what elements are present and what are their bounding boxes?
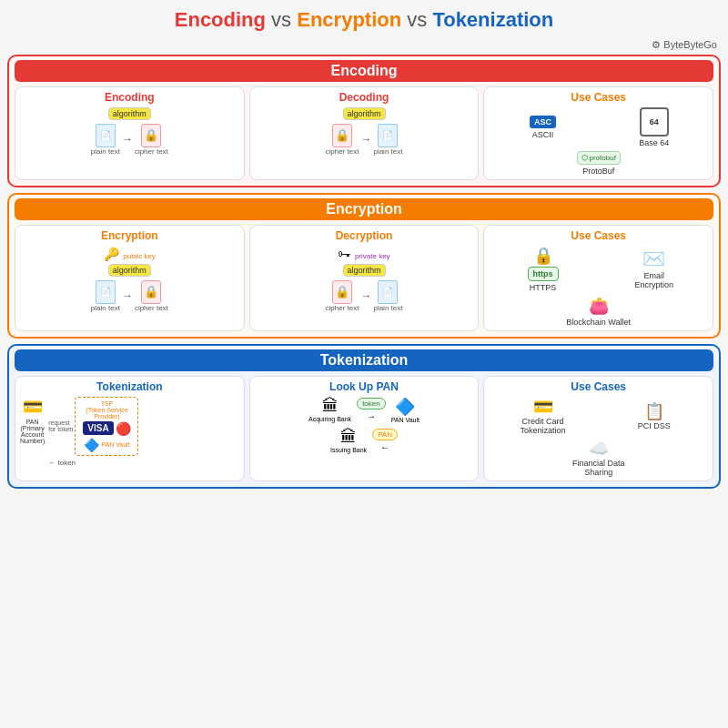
title-vs2: vs <box>407 8 432 31</box>
tokenization-inner: Tokenization 💳 PAN(PrimaryAccountNumber)… <box>15 376 713 481</box>
tsp-box: TSP(Token ServiceProvider) VISA 🔴 🔷 PAN … <box>75 397 138 456</box>
encoding-header: Encoding <box>15 60 713 82</box>
public-key-label: public key <box>123 252 156 260</box>
tokenization-section: Tokenization Tokenization 💳 PAN(PrimaryA… <box>7 344 721 489</box>
credit-card-icon: 💳 <box>533 397 553 417</box>
encryption-sub-decrypt: Decryption 🗝 private key algorithm 🔒 cip… <box>249 225 480 331</box>
encoding-sub-encoding: Encoding algorithm 📄 plain text → 🔒 ciph… <box>15 86 245 180</box>
mastercard-icon: 🔴 <box>116 421 131 436</box>
protobuf-badge: ⬡ protobuf <box>577 151 621 165</box>
protobuf-item: ⬡ protobuf ProtoBuf <box>577 151 621 176</box>
lookup-sub-title: Look Up PAN <box>255 380 474 393</box>
encrypt-lock-icon: 🔒 <box>141 280 161 304</box>
financial-label: Financial DataSharing <box>572 459 625 477</box>
lookup-sub: Look Up PAN 🏛 Acquiring Bank token → 🔷 P… <box>249 376 480 481</box>
issuing-label: Issuing Bank <box>330 447 367 453</box>
encrypt-doc-icon: 📄 <box>96 280 116 304</box>
token-badge-lookup: token <box>357 398 386 410</box>
pan-vault-label: PAN Vault <box>391 417 420 423</box>
encoding-use-cases: Use Cases ASC ASCII 64 Base 64 ⬡ protobu… <box>483 86 713 180</box>
blockchain-item: 👛 Blockchain Wallet <box>566 296 631 327</box>
encrypt-sub-title: Encryption <box>20 229 239 242</box>
base64-label: Base 64 <box>639 138 669 147</box>
decoding-lock-icon: 🔒 <box>332 124 352 147</box>
title-encoding: Encoding <box>175 8 266 31</box>
title-encryption: Encryption <box>297 8 401 31</box>
key-icon-decrypt: 🗝 <box>338 247 350 261</box>
encoding-algo: algorithm <box>108 107 151 120</box>
title-tokenization: Tokenization <box>432 8 553 31</box>
encrypt-arrow: → <box>122 289 133 302</box>
base64-badge: 64 <box>640 107 669 136</box>
left-arrow-lookup: ← <box>380 442 389 452</box>
decrypt-algo: algorithm <box>343 264 386 277</box>
tokenization-sub-title: Tokenization <box>20 380 239 393</box>
financial-icon: ☁️ <box>589 439 609 459</box>
title-vs1: vs <box>271 8 297 31</box>
decoding-cipher-label: cipher text <box>326 147 359 156</box>
encryption-header: Encryption <box>15 198 713 220</box>
pci-icon: 📋 <box>644 401 664 421</box>
private-key-label: private key <box>355 252 390 260</box>
wallet-icon: 👛 <box>589 296 609 316</box>
acquiring-label: Acquiring Bank <box>308 416 351 422</box>
email-icon: ✉️ <box>642 248 665 269</box>
ascii-badge: ASC <box>530 116 556 128</box>
decoding-arrow: → <box>360 133 371 146</box>
encryption-sub-encrypt: Encryption 🔑 public key algorithm 📄 plai… <box>15 225 245 331</box>
pan-label: PAN(PrimaryAccountNumber) <box>20 419 45 444</box>
financial-data-item: ☁️ Financial DataSharing <box>572 439 625 477</box>
https-item: 🔒 https HTTPS <box>528 246 559 292</box>
pan-vault-label-tsp: PAN Vault <box>101 441 129 448</box>
encryption-section: Encryption Encryption 🔑 public key algor… <box>7 193 721 339</box>
decoding-doc-icon: 📄 <box>378 124 398 147</box>
encryption-usecases-title: Use Cases <box>489 229 708 242</box>
issuing-bank-icon: 🏛 <box>340 428 357 447</box>
pan-vault-icon: 🔷 <box>395 397 415 417</box>
credit-card-label: Credit CardTokenization <box>520 417 565 435</box>
pci-dss-item: 📋 PCI DSS <box>638 401 671 430</box>
encrypt-algo: algorithm <box>108 264 151 277</box>
pan-card-icon: 💳 <box>23 397 43 417</box>
encoding-plain-label: plain text <box>91 147 120 156</box>
pci-label: PCI DSS <box>638 421 671 430</box>
https-badge: https <box>528 267 559 281</box>
encryption-inner: Encryption 🔑 public key algorithm 📄 plai… <box>15 225 713 331</box>
decrypt-sub-title: Decryption <box>255 229 474 242</box>
main-title: Encoding vs Encryption vs Tokenization <box>7 7 721 34</box>
https-label: HTTPS <box>530 283 557 292</box>
decrypt-arrow: → <box>360 289 371 302</box>
brand: ⚙ ByteByteGo <box>7 39 721 51</box>
pan-badge-lookup: PAN <box>372 429 398 440</box>
encrypt-cipher-label: cipher text <box>135 304 168 312</box>
tokenization-use-cases: Use Cases 💳 Credit CardTokenization 📋 PC… <box>483 376 713 481</box>
encoding-sub-title: Encoding <box>20 91 239 104</box>
blockchain-label: Blockchain Wallet <box>566 318 631 327</box>
tokenization-usecases-title: Use Cases <box>489 380 708 393</box>
decrypt-cipher-label: cipher text <box>326 304 359 312</box>
encoding-sub-decoding: Decoding algorithm 🔒 cipher text → 📄 pla… <box>249 86 480 180</box>
ascii-label: ASCII <box>532 130 554 139</box>
encoding-usecases-title: Use Cases <box>489 91 708 104</box>
decrypt-lock-icon: 🔒 <box>332 280 352 304</box>
encoding-arrow: → <box>122 133 133 146</box>
decoding-algo: algorithm <box>343 107 386 120</box>
email-enc-item: ✉️ EmailEncryption <box>635 248 674 289</box>
encoding-doc-icon: 📄 <box>96 124 116 147</box>
credit-card-item: 💳 Credit CardTokenization <box>520 397 565 435</box>
base64-item: 64 Base 64 <box>639 107 669 147</box>
decoding-plain-label: plain text <box>373 147 402 156</box>
right-arrow-lookup: → <box>367 411 376 421</box>
encoding-inner: Encoding algorithm 📄 plain text → 🔒 ciph… <box>15 86 713 180</box>
visa-badge: VISA <box>83 421 113 435</box>
encoding-lock-icon: 🔒 <box>141 124 161 147</box>
tokenization-sub: Tokenization 💳 PAN(PrimaryAccountNumber)… <box>15 376 245 481</box>
ascii-item: ASC ASCII <box>530 116 556 139</box>
protobuf-label: ProtoBuf <box>582 167 614 176</box>
email-label: EmailEncryption <box>635 271 674 289</box>
encryption-use-cases: Use Cases 🔒 https HTTPS ✉️ EmailEncrypti… <box>483 225 713 331</box>
tokenization-header: Tokenization <box>15 349 713 371</box>
token-arrow: ← token <box>48 459 76 467</box>
key-icon-encrypt: 🔑 <box>104 247 119 261</box>
decrypt-doc-icon: 📄 <box>378 280 398 304</box>
